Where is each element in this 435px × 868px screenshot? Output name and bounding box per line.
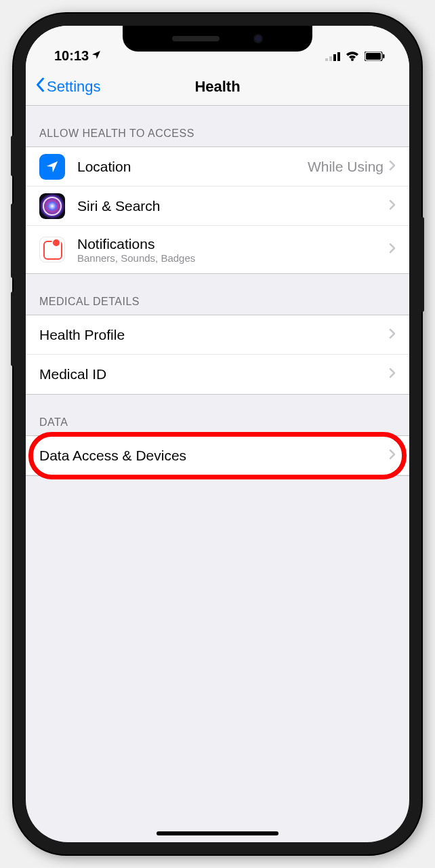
group-medical: Health Profile Medical ID bbox=[26, 315, 409, 395]
status-time-group: 10:13 bbox=[54, 48, 102, 64]
phone-frame: 10:13 bbox=[14, 14, 421, 854]
svg-rect-6 bbox=[383, 54, 385, 58]
content: ALLOW HEALTH TO ACCESS Location While Us… bbox=[26, 106, 409, 476]
group-access: Location While Using Siri & Search Notif… bbox=[26, 146, 409, 274]
group-data: Data Access & Devices bbox=[26, 435, 409, 476]
status-right bbox=[325, 52, 385, 64]
signal-icon bbox=[325, 52, 340, 64]
status-time: 10:13 bbox=[54, 48, 89, 64]
chevron-left-icon bbox=[35, 77, 45, 96]
battery-icon bbox=[365, 52, 385, 64]
row-notifications[interactable]: Notifications Banners, Sounds, Badges bbox=[26, 226, 409, 273]
speaker-grill bbox=[172, 36, 220, 41]
row-value: While Using bbox=[308, 159, 384, 175]
row-label: Data Access & Devices bbox=[39, 448, 389, 464]
chevron-right-icon bbox=[389, 243, 396, 256]
row-medical-id[interactable]: Medical ID bbox=[26, 355, 409, 394]
row-health-profile[interactable]: Health Profile bbox=[26, 315, 409, 355]
row-label: Health Profile bbox=[39, 327, 389, 343]
section-header-access: ALLOW HEALTH TO ACCESS bbox=[26, 106, 409, 146]
location-icon bbox=[39, 154, 65, 180]
siri-icon bbox=[39, 193, 65, 219]
row-label: Location bbox=[77, 159, 308, 175]
svg-rect-5 bbox=[366, 53, 381, 60]
chevron-right-icon bbox=[389, 368, 396, 381]
notch bbox=[123, 26, 312, 52]
row-data-access-devices[interactable]: Data Access & Devices bbox=[26, 436, 409, 475]
front-camera bbox=[253, 34, 263, 43]
section-header-data: DATA bbox=[26, 395, 409, 435]
row-siri-search[interactable]: Siri & Search bbox=[26, 186, 409, 226]
svg-rect-1 bbox=[329, 56, 332, 61]
chevron-right-icon bbox=[389, 160, 396, 174]
row-label: Notifications bbox=[77, 236, 389, 252]
location-arrow-icon bbox=[91, 48, 102, 64]
chevron-right-icon bbox=[389, 328, 396, 342]
row-label: Siri & Search bbox=[77, 198, 389, 214]
svg-rect-2 bbox=[333, 54, 336, 61]
notifications-icon bbox=[39, 237, 65, 262]
chevron-right-icon bbox=[389, 199, 396, 213]
row-label: Medical ID bbox=[39, 366, 389, 382]
wifi-icon bbox=[346, 52, 359, 64]
nav-bar: Settings Health bbox=[26, 68, 409, 106]
back-label: Settings bbox=[47, 78, 101, 96]
back-button[interactable]: Settings bbox=[35, 77, 101, 96]
power-button-decor bbox=[421, 217, 424, 312]
row-location[interactable]: Location While Using bbox=[26, 147, 409, 186]
section-header-medical: MEDICAL DETAILS bbox=[26, 274, 409, 315]
row-sublabel: Banners, Sounds, Badges bbox=[77, 252, 389, 264]
home-indicator[interactable] bbox=[157, 831, 278, 835]
screen: 10:13 bbox=[26, 26, 409, 842]
chevron-right-icon bbox=[389, 449, 396, 462]
svg-rect-3 bbox=[337, 52, 340, 61]
svg-rect-0 bbox=[325, 58, 328, 61]
